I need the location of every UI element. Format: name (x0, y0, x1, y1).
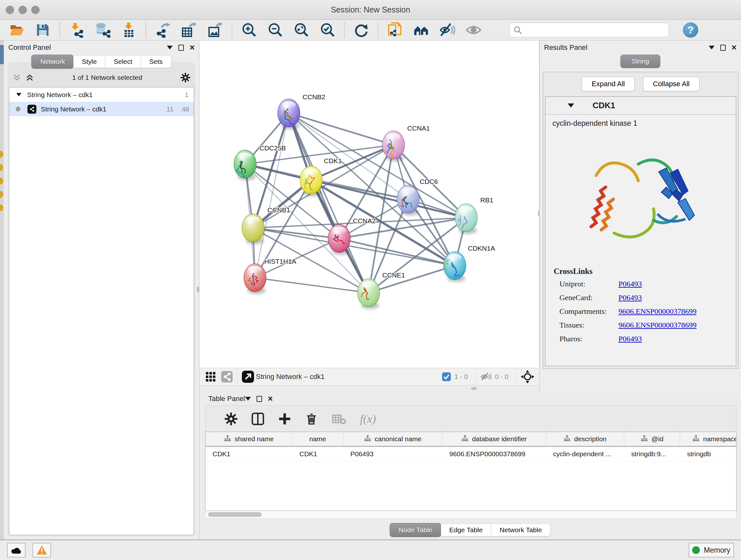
float-panel-icon[interactable] (709, 46, 715, 50)
table-cell[interactable]: stringdb:9... (624, 447, 680, 461)
import-network-database-icon[interactable] (95, 22, 111, 38)
import-table-icon[interactable] (121, 22, 137, 38)
tab-string[interactable]: String (620, 55, 660, 68)
export-network-icon[interactable] (155, 22, 171, 38)
table-row[interactable]: CDK1CDK1P064939606.ENSP00000378699cyclin… (205, 447, 736, 461)
column-header-description[interactable]: description (546, 432, 624, 446)
refresh-icon[interactable] (354, 22, 369, 38)
scrollbar-thumb[interactable] (208, 512, 262, 517)
network-node-CCNB2[interactable] (278, 99, 300, 129)
left-splitter-handle[interactable] (197, 287, 199, 293)
eye-icon[interactable] (466, 22, 481, 38)
table-cell[interactable]: 9606.ENSP00000378699 (442, 447, 546, 461)
network-node-HIST1H1A[interactable] (244, 264, 266, 294)
network-edge[interactable] (255, 278, 368, 293)
network-edge[interactable] (289, 113, 466, 218)
export-image-icon[interactable] (207, 22, 223, 38)
column-header-shared-name[interactable]: shared name (205, 432, 292, 446)
table-cell[interactable]: stringdb (680, 447, 737, 461)
network-node-CCNE1[interactable] (357, 279, 380, 309)
maximize-panel-icon[interactable] (179, 45, 184, 51)
network-view[interactable]: CCNB2CCNA1CDC25BCDK1CDC6RB1CCNB1CCNA2CDK… (199, 41, 539, 368)
hide-graphics-details-icon[interactable] (440, 22, 455, 38)
table-options-gear-icon[interactable] (225, 413, 238, 425)
selected-nodes-checkbox-icon[interactable] (442, 372, 451, 381)
open-file-icon[interactable] (9, 22, 24, 38)
network-node-CCNB1[interactable] (242, 214, 264, 244)
float-panel-icon[interactable] (167, 46, 173, 50)
column-header-name[interactable]: name (292, 432, 343, 446)
network-node-CDKN1A[interactable] (444, 252, 466, 282)
collapse-all-button[interactable]: Collapse All (643, 77, 699, 91)
delete-column-icon[interactable] (305, 413, 318, 425)
maximize-panel-icon[interactable] (257, 396, 262, 402)
hidden-elements-icon[interactable] (480, 371, 492, 382)
memory-button[interactable]: Memory (689, 543, 734, 557)
collection-expand-icon[interactable] (16, 93, 21, 97)
collapse-all-chevron-icon[interactable] (13, 73, 21, 82)
cloud-status-button[interactable] (7, 543, 25, 557)
gene-section-header[interactable]: CDK1 (545, 97, 736, 115)
crosslink-link[interactable]: P06493 (618, 280, 642, 288)
close-panel-icon[interactable]: × (731, 44, 737, 51)
crosslink-link[interactable]: 9606.ENSP00000378699 (618, 321, 697, 329)
network-node-CDK1[interactable] (300, 166, 322, 196)
column-header-namespace[interactable]: namespace (680, 432, 737, 446)
crosslink-link[interactable]: P06493 (618, 334, 642, 343)
network-row[interactable]: String Network – cdk1 11 48 (9, 102, 194, 116)
zoom-selected-icon[interactable] (320, 22, 335, 38)
create-column-icon[interactable] (278, 413, 291, 425)
tab-network-table[interactable]: Network Table (491, 523, 550, 537)
tab-sets[interactable]: Sets (141, 55, 172, 68)
table-cell[interactable]: CDK1 (205, 447, 292, 461)
clone-network-icon[interactable] (387, 22, 403, 38)
zoom-out-icon[interactable] (267, 22, 283, 38)
zoom-fit-icon[interactable] (293, 22, 309, 38)
show-columns-icon[interactable] (252, 413, 264, 425)
close-panel-icon[interactable]: × (268, 395, 273, 402)
crosslink-link[interactable]: P06493 (618, 294, 642, 302)
import-network-file-icon[interactable] (69, 22, 84, 38)
column-header-database-identifier[interactable]: database identifier (442, 432, 546, 446)
delete-table-icon[interactable] (332, 413, 346, 425)
tab-edge-table[interactable]: Edge Table (441, 523, 491, 537)
network-edge[interactable] (339, 239, 455, 266)
birdseye-view-icon[interactable] (521, 370, 534, 383)
network-edge[interactable] (289, 113, 394, 145)
close-panel-icon[interactable]: × (190, 44, 195, 51)
table-cell[interactable]: CDK1 (292, 447, 343, 461)
network-edge[interactable] (289, 113, 368, 293)
zoom-in-icon[interactable] (241, 22, 257, 38)
network-edge[interactable] (253, 228, 339, 239)
help-icon[interactable]: ? (683, 22, 698, 38)
splitter-handle[interactable] (471, 387, 477, 390)
network-node-CCNA2[interactable] (328, 225, 350, 255)
tab-network[interactable]: Network (31, 55, 74, 69)
collapse-gene-icon[interactable] (568, 104, 574, 108)
crosslink-link[interactable]: 9606.ENSP00000378699 (618, 307, 697, 316)
float-panel-icon[interactable] (245, 397, 251, 401)
function-builder-icon[interactable]: f(x) (360, 412, 376, 426)
save-session-icon[interactable] (35, 22, 51, 38)
tab-select[interactable]: Select (105, 55, 141, 68)
network-node-RB1[interactable] (455, 204, 477, 234)
network-canvas[interactable]: CCNB2CCNA1CDC25BCDK1CDC6RB1CCNB1CCNA2CDK… (199, 41, 539, 368)
tab-style[interactable]: Style (73, 55, 105, 68)
column-header-@id[interactable]: @id (624, 432, 680, 446)
network-options-gear-icon[interactable] (181, 73, 190, 82)
table-cell[interactable]: P06493 (343, 447, 442, 461)
network-edge[interactable] (368, 266, 455, 293)
expand-all-button[interactable]: Expand All (582, 77, 635, 91)
maximize-panel-icon[interactable] (720, 45, 726, 51)
warnings-button[interactable] (32, 543, 51, 557)
table-cell[interactable]: cyclin-dependent ... (546, 447, 624, 461)
network-node-CDC25B[interactable] (234, 150, 256, 180)
detach-view-icon[interactable] (242, 371, 254, 383)
search-input[interactable] (509, 23, 669, 37)
network-node-CDC6[interactable] (397, 185, 419, 215)
table-horizontal-scrollbar[interactable] (205, 511, 737, 518)
home-icon[interactable] (414, 22, 429, 38)
export-table-icon[interactable] (181, 22, 197, 38)
grid-view-icon[interactable] (205, 371, 216, 382)
tab-node-table[interactable]: Node Table (390, 523, 441, 537)
